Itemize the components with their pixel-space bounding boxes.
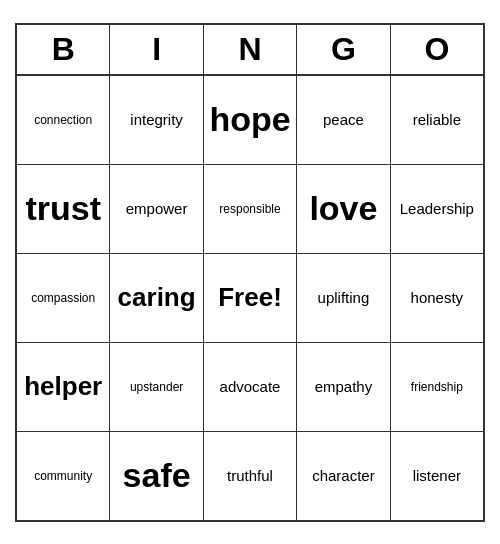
bingo-cell-4-4: listener (391, 432, 483, 520)
bingo-cell-4-1: safe (110, 432, 203, 520)
header-letter-I: I (110, 25, 203, 74)
bingo-cell-0-2: hope (204, 76, 297, 164)
bingo-cell-2-0: compassion (17, 254, 110, 342)
bingo-cell-1-3: love (297, 165, 390, 253)
bingo-cell-1-2: responsible (204, 165, 297, 253)
bingo-board: BINGO connectionintegrityhopepeacereliab… (15, 23, 485, 522)
bingo-row-0: connectionintegrityhopepeacereliable (17, 76, 483, 165)
bingo-cell-2-3: uplifting (297, 254, 390, 342)
bingo-row-3: helperupstanderadvocateempathyfriendship (17, 343, 483, 432)
bingo-row-2: compassioncaringFree!upliftinghonesty (17, 254, 483, 343)
bingo-cell-3-4: friendship (391, 343, 483, 431)
bingo-cell-2-2: Free! (204, 254, 297, 342)
bingo-body: connectionintegrityhopepeacereliabletrus… (17, 76, 483, 520)
header-letter-B: B (17, 25, 110, 74)
bingo-cell-2-4: honesty (391, 254, 483, 342)
bingo-cell-0-1: integrity (110, 76, 203, 164)
bingo-cell-3-3: empathy (297, 343, 390, 431)
bingo-cell-1-0: trust (17, 165, 110, 253)
header-letter-N: N (204, 25, 297, 74)
header-letter-O: O (391, 25, 483, 74)
bingo-cell-4-0: community (17, 432, 110, 520)
header-letter-G: G (297, 25, 390, 74)
bingo-cell-3-1: upstander (110, 343, 203, 431)
bingo-header: BINGO (17, 25, 483, 76)
bingo-row-1: trustempowerresponsibleloveLeadership (17, 165, 483, 254)
bingo-cell-3-2: advocate (204, 343, 297, 431)
bingo-cell-1-1: empower (110, 165, 203, 253)
bingo-row-4: communitysafetruthfulcharacterlistener (17, 432, 483, 520)
bingo-cell-0-0: connection (17, 76, 110, 164)
bingo-cell-0-4: reliable (391, 76, 483, 164)
bingo-cell-0-3: peace (297, 76, 390, 164)
bingo-cell-1-4: Leadership (391, 165, 483, 253)
bingo-cell-4-3: character (297, 432, 390, 520)
bingo-cell-3-0: helper (17, 343, 110, 431)
bingo-cell-2-1: caring (110, 254, 203, 342)
bingo-cell-4-2: truthful (204, 432, 297, 520)
